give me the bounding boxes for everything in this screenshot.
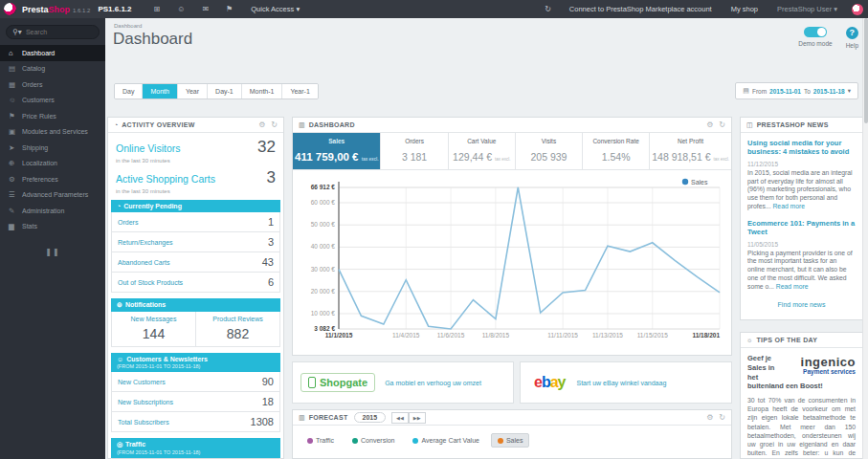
kpi-cart-value[interactable]: Cart Value129,44 € tax excl. xyxy=(449,133,516,169)
news-article-title-link[interactable]: Ecommerce 101: Payments in a Tweet xyxy=(747,219,856,237)
customers-row-total-subscribers[interactable]: Total Subscribers1308 xyxy=(111,412,280,432)
preferences-icon: ⚙ xyxy=(9,175,22,184)
forecast-year-input[interactable]: 2015 xyxy=(354,412,387,423)
pending-row-orders[interactable]: Orders1 xyxy=(111,212,280,232)
range-month-button[interactable]: Month xyxy=(143,84,177,98)
my-shop-link[interactable]: My shop xyxy=(731,5,758,13)
range-day-1-button[interactable]: Day-1 xyxy=(208,84,242,98)
sidebar-item-preferences[interactable]: ⚙Preferences xyxy=(0,171,105,187)
chart-legend-label[interactable]: Sales xyxy=(691,179,708,186)
sidebar-search[interactable]: ⚲▾ xyxy=(6,25,100,39)
cart-icon[interactable]: ⊞ xyxy=(154,5,161,13)
sidebar-collapse-button[interactable]: ❚❚ xyxy=(0,248,105,256)
traffic-header: ◎Traffic(FROM 2015-11-01 TO 2015-11-18) xyxy=(111,438,280,458)
news-article-date: 11/12/2015 xyxy=(747,161,856,167)
sidebar-item-orders[interactable]: ▦Orders xyxy=(0,76,105,93)
legend-conversion[interactable]: Conversion xyxy=(345,433,401,448)
range-year-button[interactable]: Year xyxy=(178,84,208,98)
ingenico-logo: ingenico Payment services xyxy=(787,356,856,375)
pending-row-out-of-stock[interactable]: Out of Stock Products6 xyxy=(111,273,280,293)
pending-row-abandoned-carts[interactable]: Abandoned Carts43 xyxy=(111,252,280,273)
range-year-1-button[interactable]: Year-1 xyxy=(282,84,317,98)
ebay-link[interactable]: Start uw eBay winkel vandaag xyxy=(577,380,667,386)
x-axis-tick-label: 11/4/2015 xyxy=(392,332,420,339)
user-menu[interactable]: PrestaShop User ▾ xyxy=(777,5,837,13)
forecast-prev-button[interactable]: ◀◀ xyxy=(391,412,409,424)
legend-sales[interactable]: Sales xyxy=(491,433,530,448)
brand-name[interactable]: PrestaShop xyxy=(22,5,70,14)
x-axis-tick-label: 11/1/2015 xyxy=(325,332,353,339)
sidebar-item-dashboard[interactable]: ⌂Dashboard xyxy=(0,45,105,61)
refresh-icon[interactable]: ↻ xyxy=(271,120,278,129)
activity-overview-panel: ◔ ACTIVITY OVERVIEW ⚙↻ Online Visitors32… xyxy=(107,117,284,459)
messages-icon[interactable]: ✉ xyxy=(202,5,209,13)
customers-row-new-subscriptions[interactable]: New Subscriptions18 xyxy=(111,392,280,412)
sidebar-item-localization[interactable]: ⊕Localization xyxy=(0,156,105,172)
sidebar-item-advanced-parameters[interactable]: ☰Advanced Parameters xyxy=(0,187,105,204)
help-icon[interactable]: ? xyxy=(846,27,858,39)
sidebar-item-price-rules[interactable]: ⚑Price Rules xyxy=(0,108,105,124)
toggle-knob xyxy=(817,28,826,36)
ps-version: PS1.6.1.2 xyxy=(98,5,131,13)
customers-row-new-customers[interactable]: New Customers90 xyxy=(111,372,280,392)
gear-icon[interactable]: ⚙ xyxy=(706,120,713,129)
caret-down-icon: ▾ xyxy=(848,87,851,95)
read-more-link[interactable]: Read more xyxy=(772,203,805,209)
search-input[interactable] xyxy=(26,29,93,35)
new-messages-cell[interactable]: New Messages144 xyxy=(112,312,195,346)
forecast-next-button[interactable]: ▶▶ xyxy=(409,412,426,424)
sidebar-item-customers[interactable]: ☺Customers xyxy=(0,93,105,109)
news-article-title-link[interactable]: Using social media for your business: 4 … xyxy=(747,139,856,157)
user-avatar[interactable] xyxy=(852,4,863,15)
tips-panel-title: TIPS OF THE DAY xyxy=(756,337,817,343)
sidebar-item-stats[interactable]: ▆Stats xyxy=(0,219,105,235)
demo-mode-label: Demo mode xyxy=(798,40,832,47)
gear-icon[interactable]: ⚙ xyxy=(706,413,713,422)
sidebar-item-administration[interactable]: ✎Administration xyxy=(0,203,105,219)
ebay-banner[interactable]: ebay Start uw eBay winkel vandaag xyxy=(520,361,732,404)
profile-icon[interactable]: ☺ xyxy=(177,5,185,13)
range-month-1-button[interactable]: Month-1 xyxy=(242,84,283,98)
kpi-conversion-rate[interactable]: Conversion Rate1.54% xyxy=(583,133,650,169)
prestashop-logo-icon[interactable] xyxy=(4,3,16,15)
pin-icon[interactable]: ⚑ xyxy=(226,5,233,13)
sidebar-item-modules[interactable]: ▣Modules and Services xyxy=(0,124,105,141)
y-axis-tick-label: 40 000 € xyxy=(311,243,336,250)
legend-traffic[interactable]: Traffic xyxy=(300,433,341,448)
x-axis-tick-label: 11/6/2015 xyxy=(437,332,465,339)
calendar-icon: ▤ xyxy=(743,87,749,95)
breadcrumb[interactable]: Dashboard xyxy=(114,23,142,29)
ebay-logo: ebay xyxy=(534,374,566,391)
legend-average-cart-value[interactable]: Average Cart Value xyxy=(406,433,485,448)
shopgate-link[interactable]: Ga mobiel en verhoog uw omzet xyxy=(385,380,481,386)
page-title: Dashboard xyxy=(113,30,192,49)
sidebar-item-shipping[interactable]: ➤Shipping xyxy=(0,140,105,156)
scrollbar-thumb[interactable] xyxy=(864,18,868,123)
refresh-icon[interactable]: ↻ xyxy=(719,120,725,129)
help-control: ? Help xyxy=(846,27,858,49)
kpi-orders[interactable]: Orders3 181 xyxy=(381,133,448,169)
find-more-news-link[interactable]: Find more news xyxy=(741,294,862,314)
marketplace-link[interactable]: Connect to PrestaShop Marketplace accoun… xyxy=(569,5,712,13)
kpi-net-profit[interactable]: Net Profit148 918,51 € tax excl. xyxy=(650,133,731,169)
refresh-icon[interactable]: ↻ xyxy=(719,413,725,422)
y-axis-tick-label: 50 000 € xyxy=(311,221,336,228)
date-range-picker-button[interactable]: ▤ From 2015-11-01 To 2015-11-18 ▾ xyxy=(735,82,858,99)
legend-dot-icon[interactable] xyxy=(682,179,688,185)
x-axis-tick-label: 11/11/2015 xyxy=(547,332,578,339)
quick-access-menu[interactable]: Quick Access ▾ xyxy=(251,5,300,13)
online-visitors-link[interactable]: Online Visitors xyxy=(116,142,181,154)
product-reviews-cell[interactable]: Product Reviews882 xyxy=(195,312,279,346)
shopgate-banner[interactable]: Shopgate Ga mobiel en verhoog uw omzet xyxy=(292,361,514,404)
pending-row-returns[interactable]: Return/Exchanges3 xyxy=(111,232,280,252)
range-day-button[interactable]: Day xyxy=(115,84,143,98)
demo-mode-toggle[interactable] xyxy=(804,27,827,37)
gear-icon[interactable]: ⚙ xyxy=(258,120,265,129)
kpi-visits[interactable]: Visits205 939 xyxy=(516,133,583,169)
read-more-link[interactable]: Read more xyxy=(776,283,809,290)
sidebar-item-catalog[interactable]: ▤Catalog xyxy=(0,61,105,77)
page-scrollbar[interactable] xyxy=(862,18,868,459)
active-carts-link[interactable]: Active Shopping Carts xyxy=(116,173,215,185)
active-carts-subtext: in the last 30 minutes xyxy=(116,188,276,194)
kpi-sales[interactable]: Sales411 759,00 € tax excl. xyxy=(293,133,381,169)
